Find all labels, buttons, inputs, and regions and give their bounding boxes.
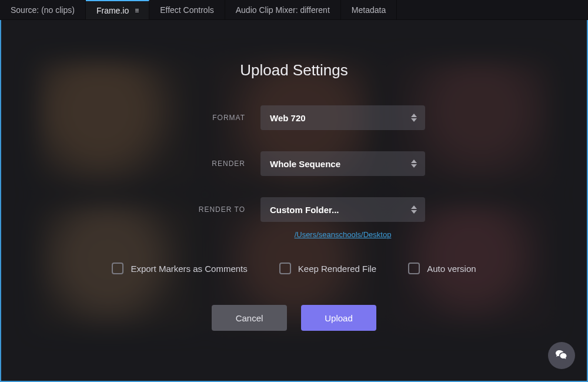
render-to-select[interactable]: Custom Folder... — [260, 197, 425, 222]
tab-label: Metadata — [352, 5, 386, 15]
checkbox-label: Export Markers as Comments — [131, 264, 247, 274]
render-select[interactable]: Whole Sequence — [260, 151, 425, 176]
button-label: Upload — [325, 313, 353, 323]
cancel-button[interactable]: Cancel — [212, 305, 287, 331]
tab-label: Frame.io — [96, 6, 129, 15]
format-select[interactable]: Web 720 — [260, 105, 425, 130]
dialog-title: Upload Settings — [240, 61, 348, 79]
render-path-link[interactable]: /Users/seanschools/Desktop — [295, 230, 392, 239]
chat-icon — [554, 348, 569, 363]
tab-source[interactable]: Source: (no clips) — [0, 0, 86, 19]
checkbox-label: Auto version — [427, 264, 476, 274]
render-to-label: RENDER TO — [163, 205, 245, 214]
svg-marker-5 — [411, 210, 417, 214]
svg-marker-3 — [411, 164, 417, 168]
tab-metadata[interactable]: Metadata — [341, 0, 397, 19]
panel-menu-icon[interactable]: ≡ — [135, 6, 138, 15]
frameio-panel: Upload Settings FORMAT Web 720 RENDER Wh… — [0, 20, 588, 382]
svg-marker-1 — [411, 118, 417, 122]
format-label: FORMAT — [163, 114, 245, 122]
svg-marker-4 — [411, 205, 417, 209]
checkbox-export-markers[interactable]: Export Markers as Comments — [112, 263, 247, 274]
upload-settings-dialog: Upload Settings FORMAT Web 720 RENDER Wh… — [1, 20, 587, 381]
button-label: Cancel — [236, 313, 263, 323]
upload-button[interactable]: Upload — [301, 305, 376, 331]
tab-label: Audio Clip Mixer: different — [236, 5, 330, 15]
render-value: Whole Sequence — [270, 159, 340, 169]
format-value: Web 720 — [270, 113, 306, 123]
stepper-icon — [411, 105, 417, 130]
checkbox-icon — [408, 263, 420, 274]
svg-marker-2 — [411, 160, 417, 163]
render-label: RENDER — [163, 160, 245, 168]
render-to-value: Custom Folder... — [270, 205, 339, 215]
checkbox-keep-rendered[interactable]: Keep Rendered File — [279, 263, 376, 274]
chat-fab[interactable] — [548, 342, 575, 369]
tab-label: Source: (no clips) — [11, 5, 75, 15]
checkbox-auto-version[interactable]: Auto version — [408, 263, 476, 274]
tab-audio-clip-mixer[interactable]: Audio Clip Mixer: different — [225, 0, 341, 19]
tab-label: Effect Controls — [160, 5, 214, 15]
svg-marker-0 — [411, 114, 417, 117]
tab-effect-controls[interactable]: Effect Controls — [149, 0, 225, 19]
panel-tabbar: Source: (no clips) Frame.io ≡ Effect Con… — [0, 0, 588, 20]
checkbox-icon — [112, 263, 123, 274]
checkbox-label: Keep Rendered File — [298, 264, 376, 274]
checkbox-icon — [279, 263, 291, 274]
stepper-icon — [411, 197, 417, 222]
stepper-icon — [411, 151, 417, 176]
tab-frameio[interactable]: Frame.io ≡ — [86, 0, 149, 19]
